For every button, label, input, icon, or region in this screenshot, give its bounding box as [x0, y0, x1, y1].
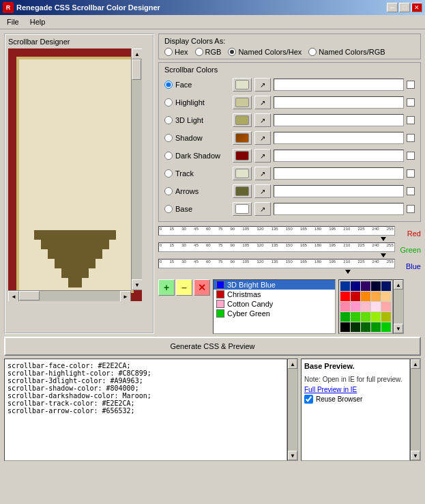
palette-cell[interactable]: [351, 302, 360, 311]
globe-btn-darkshadow[interactable]: [233, 149, 252, 163]
palette-cell[interactable]: [340, 302, 350, 311]
scroll-thumb-v[interactable]: [132, 59, 141, 80]
option-hex[interactable]: Hex: [164, 48, 188, 56]
slider-thumb-red[interactable]: [381, 237, 386, 241]
checkbox-face[interactable]: [407, 81, 415, 89]
full-preview-link[interactable]: Full Preview in IE: [304, 386, 407, 393]
radio-face[interactable]: [164, 81, 173, 89]
palette-scroll-up[interactable]: ▲: [394, 280, 403, 290]
arrow-btn-track[interactable]: ↗: [254, 167, 271, 180]
color-input-face[interactable]: #E2E2CA: [274, 79, 404, 91]
palette-cell[interactable]: [381, 312, 391, 322]
color-list-item-3[interactable]: Cyber Green: [214, 309, 335, 318]
slider-track-red[interactable]: 0153045607590105120135150165180195210225…: [158, 226, 395, 236]
arrow-btn-arrows[interactable]: ↗: [254, 184, 271, 198]
arrow-btn-highlight[interactable]: ↗: [254, 96, 271, 109]
palette-cell[interactable]: [381, 302, 391, 311]
checkbox-darkshadow[interactable]: [407, 152, 415, 160]
color-input-shadow[interactable]: #804000: [274, 132, 404, 144]
option-named-hex[interactable]: Named Colors/Hex: [228, 48, 302, 56]
globe-btn-arrows[interactable]: [233, 184, 252, 198]
palette-cell[interactable]: [371, 281, 381, 291]
checkbox-track[interactable]: [407, 169, 415, 178]
palette-cell[interactable]: [371, 322, 381, 332]
maximize-button[interactable]: □: [399, 3, 410, 12]
scroll-left-btn[interactable]: ◄: [8, 291, 19, 301]
palette-cell[interactable]: [361, 302, 370, 311]
palette-cell[interactable]: [381, 322, 391, 332]
globe-btn-face[interactable]: [233, 78, 252, 92]
scroll-up-btn[interactable]: ▲: [132, 48, 142, 59]
radio-highlight[interactable]: [164, 98, 173, 107]
radio-named-hex[interactable]: [228, 48, 236, 56]
css-output-scrollbar[interactable]: ▲ ▼: [287, 359, 298, 461]
menu-file[interactable]: File: [3, 16, 23, 27]
scrollbar-vertical[interactable]: ▲ ▼: [131, 48, 142, 290]
menu-help[interactable]: Help: [26, 16, 50, 27]
radio-track[interactable]: [164, 169, 173, 178]
palette-cell[interactable]: [381, 281, 391, 291]
radio-rgb[interactable]: [195, 48, 203, 56]
checkbox-base[interactable]: [407, 205, 415, 213]
color-input-base[interactable]: White: [274, 203, 404, 215]
globe-btn-3dlight[interactable]: [233, 113, 252, 127]
palette-cell[interactable]: [371, 312, 381, 322]
radio-darkshadow[interactable]: [164, 152, 173, 160]
css-output[interactable]: [4, 359, 287, 461]
palette-cell[interactable]: [340, 312, 350, 322]
close-button[interactable]: ✕: [411, 3, 422, 12]
palette-scrollbar[interactable]: ▲ ▼: [393, 279, 404, 334]
add-color-button[interactable]: +: [158, 279, 175, 296]
reuse-browser-checkbox[interactable]: [304, 395, 313, 404]
slider-thumb-blue[interactable]: [345, 270, 351, 274]
palette-scroll-down[interactable]: ▼: [394, 324, 403, 333]
scroll-thumb-h[interactable]: [19, 291, 40, 300]
minimize-button[interactable]: ─: [387, 3, 398, 12]
option-named-rgb[interactable]: Named Colors/RGB: [308, 48, 385, 56]
slider-track-blue[interactable]: 0153045607590105120135150165180195210225…: [158, 259, 395, 268]
color-input-darkshadow[interactable]: Maroon: [274, 150, 404, 162]
globe-btn-base[interactable]: [233, 202, 252, 216]
scroll-right-btn[interactable]: ►: [120, 291, 131, 301]
radio-arrows[interactable]: [164, 187, 173, 195]
checkbox-shadow[interactable]: [407, 134, 415, 142]
slider-track-green[interactable]: 0153045607590105120135150165180195210225…: [158, 242, 395, 252]
arrow-btn-base[interactable]: ↗: [254, 202, 271, 216]
scroll-down-btn[interactable]: ▼: [132, 279, 142, 290]
radio-hex[interactable]: [164, 48, 173, 56]
color-input-track[interactable]: #E2E2CA: [274, 167, 404, 180]
palette-cell[interactable]: [361, 281, 370, 291]
arrow-btn-3dlight[interactable]: ↗: [254, 113, 271, 127]
preview-scrollbar[interactable]: ▲ ▼: [410, 359, 421, 461]
arrow-btn-face[interactable]: ↗: [254, 78, 271, 92]
color-list-item-2[interactable]: Cotton Candy: [214, 299, 335, 309]
globe-btn-highlight[interactable]: [233, 96, 252, 109]
color-list-item-1[interactable]: Christmas: [214, 290, 335, 299]
css-scroll-up[interactable]: ▲: [288, 359, 297, 369]
palette-cell[interactable]: [361, 312, 370, 322]
remove-color-button[interactable]: –: [176, 279, 192, 296]
palette-cell[interactable]: [361, 322, 370, 332]
radio-3dlight[interactable]: [164, 116, 173, 124]
color-list-item-0[interactable]: 3D Bright Blue: [214, 280, 335, 290]
globe-btn-track[interactable]: [233, 167, 252, 180]
checkbox-arrows[interactable]: [407, 187, 415, 195]
preview-scroll-up[interactable]: ▲: [411, 359, 420, 369]
palette-cell[interactable]: [340, 322, 350, 332]
globe-btn-shadow[interactable]: [233, 131, 252, 145]
delete-color-button[interactable]: ✕: [194, 279, 210, 296]
color-list[interactable]: 3D Bright Blue Christmas Cotton Candy: [213, 279, 336, 334]
arrow-btn-shadow[interactable]: ↗: [254, 131, 271, 145]
option-rgb[interactable]: RGB: [195, 48, 222, 56]
color-input-highlight[interactable]: #C8C899: [274, 96, 404, 109]
palette-cell[interactable]: [371, 302, 381, 311]
arrow-btn-darkshadow[interactable]: ↗: [254, 149, 271, 163]
css-scroll-down[interactable]: ▼: [288, 451, 297, 460]
preview-scroll-down[interactable]: ▼: [411, 451, 420, 460]
color-input-arrows[interactable]: #656532: [274, 185, 404, 197]
color-input-3dlight[interactable]: #A9A963: [274, 114, 404, 126]
palette-cell[interactable]: [351, 312, 360, 322]
checkbox-highlight[interactable]: [407, 98, 415, 107]
palette-cell[interactable]: [371, 292, 381, 301]
radio-named-rgb[interactable]: [308, 48, 317, 56]
